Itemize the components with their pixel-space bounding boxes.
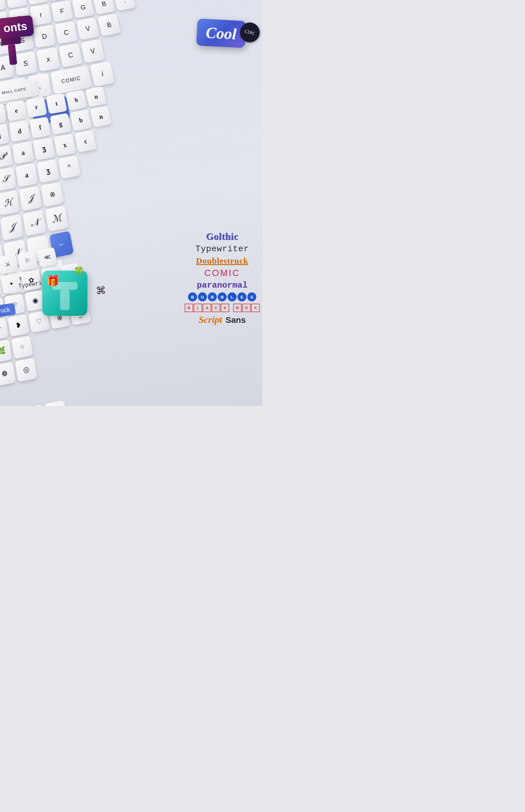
key-sym-t[interactable]: ⚔ bbox=[0, 254, 18, 275]
fonts-badge: onts bbox=[0, 15, 34, 39]
key-sc-p[interactable]: 𝒫 bbox=[0, 145, 13, 168]
cmd-symbol: ⌘ bbox=[95, 285, 107, 297]
key-g-a[interactable]: a bbox=[12, 141, 34, 164]
key-g-h[interactable]: ħ bbox=[66, 90, 87, 110]
font-blackbox[interactable]: B L A C K B O X bbox=[185, 304, 260, 312]
key-x4[interactable]: x bbox=[37, 47, 60, 72]
key-g2[interactable]: G bbox=[72, 0, 95, 18]
sans-text: Sans bbox=[226, 315, 246, 325]
bubble-b1: B bbox=[188, 292, 197, 301]
key-g-z[interactable]: ʒ bbox=[33, 138, 55, 161]
box-b2: B bbox=[233, 304, 242, 312]
bubble-s: S bbox=[247, 292, 256, 301]
key-sym-dots[interactable]: ⁘ bbox=[11, 335, 33, 359]
main-scene: ≡ w E r F G ∩ q w E r F G B . p A S D C … bbox=[0, 0, 262, 406]
key-sym-target2[interactable]: ◎ bbox=[15, 358, 38, 382]
font-script-sans[interactable]: Script Sans bbox=[198, 314, 245, 325]
box-o: O bbox=[242, 304, 251, 312]
key-w1[interactable]: w bbox=[0, 0, 6, 12]
box-l: L bbox=[194, 304, 202, 312]
key-sc-k[interactable]: ℋ bbox=[0, 190, 20, 215]
key-g-f[interactable]: f bbox=[29, 117, 51, 139]
key-c3[interactable]: C bbox=[55, 21, 78, 44]
key-c4[interactable]: C bbox=[59, 43, 82, 67]
key-g-a2[interactable]: a bbox=[15, 163, 38, 187]
key-b2[interactable]: B bbox=[92, 0, 116, 15]
font-typewriter[interactable]: Typewriter bbox=[195, 244, 249, 254]
svg-rect-1 bbox=[8, 44, 17, 65]
key-sc-m[interactable]: ℳ bbox=[45, 206, 69, 232]
bubble-u: U bbox=[198, 292, 207, 301]
key-sc-l[interactable]: 𝒮 bbox=[0, 167, 16, 192]
fonts-badge-text: onts bbox=[3, 20, 28, 35]
key-g-c[interactable]: c bbox=[74, 130, 97, 152]
cool-badge-text: Cool bbox=[206, 24, 237, 43]
key-g-e[interactable]: e bbox=[6, 100, 27, 121]
teal-t-badge: 🍀 🎁 bbox=[42, 271, 87, 316]
key-g-r[interactable]: r bbox=[26, 97, 47, 118]
script-text: Script bbox=[198, 314, 222, 325]
key-b3[interactable]: B bbox=[97, 14, 121, 36]
box-b1: B bbox=[185, 304, 193, 312]
key-sc-n[interactable]: 𝒩 bbox=[22, 210, 46, 236]
key-g-w[interactable]: w bbox=[0, 104, 6, 125]
key-sym-p[interactable]: ⚐ bbox=[17, 251, 38, 271]
key-g-g[interactable]: g bbox=[50, 113, 72, 135]
font-list: Golthic Typewriter Doublestruck COMIC pa… bbox=[185, 231, 260, 325]
key-g-d[interactable]: d bbox=[9, 120, 30, 142]
key-sym-del2[interactable]: ⊗ bbox=[45, 400, 69, 406]
bubble-l: L bbox=[227, 292, 237, 301]
key-g-x[interactable]: x bbox=[54, 134, 76, 156]
font-paranormal[interactable]: paranormal bbox=[197, 281, 247, 290]
key-v3[interactable]: V bbox=[76, 17, 100, 40]
key-e1[interactable]: E bbox=[6, 0, 27, 9]
key-dot2[interactable]: . bbox=[113, 0, 136, 11]
key-g-b[interactable]: b bbox=[70, 109, 92, 131]
bubble-e: E bbox=[237, 292, 246, 301]
key-r2[interactable]: r bbox=[30, 4, 52, 26]
key-sc-h[interactable]: 𝒥 bbox=[19, 186, 42, 211]
box-a: A bbox=[203, 304, 211, 312]
cool-badge: Cool bbox=[196, 19, 246, 48]
clover-icon: 🍀 bbox=[74, 266, 84, 276]
font-doublestruck[interactable]: Doublestruck bbox=[196, 256, 248, 266]
key-sym-wavy[interactable]: 〰 bbox=[0, 318, 9, 341]
key-sym-chevron[interactable]: ≪ bbox=[37, 247, 58, 268]
key-g-t[interactable]: t bbox=[46, 93, 67, 114]
key-del-mid[interactable]: ⊗ bbox=[41, 182, 64, 207]
font-bubbles[interactable]: B U B B L E S bbox=[188, 292, 256, 301]
key-shift-mid[interactable]: ^ bbox=[58, 155, 81, 179]
key-g-q[interactable]: q bbox=[0, 124, 10, 146]
key-sc-j2[interactable]: 𝒥 bbox=[0, 214, 24, 241]
svg-rect-3 bbox=[60, 290, 70, 310]
circ-text: CIRC bbox=[244, 29, 256, 36]
gift-icon: 🎁 bbox=[46, 275, 60, 287]
box-x: X bbox=[251, 304, 260, 312]
box-c: C bbox=[212, 304, 220, 312]
bubble-b3: B bbox=[217, 292, 227, 301]
key-d3[interactable]: D bbox=[33, 25, 56, 48]
key-g-z2[interactable]: ʒ bbox=[37, 159, 60, 183]
key-sym-leaves[interactable]: 🌿 bbox=[0, 340, 12, 363]
key-f2[interactable]: F bbox=[51, 0, 73, 22]
font-comic[interactable]: COMIC bbox=[205, 268, 240, 278]
key-sym-floral[interactable]: ❁ bbox=[0, 362, 16, 386]
bubble-b2: B bbox=[208, 292, 217, 301]
font-gothic[interactable]: Golthic bbox=[206, 231, 239, 242]
t-icon-purple bbox=[1, 36, 24, 67]
key-sym-flower4[interactable]: ❥ bbox=[7, 314, 29, 337]
key-v4[interactable]: V bbox=[81, 39, 105, 63]
box-k: K bbox=[221, 304, 229, 312]
